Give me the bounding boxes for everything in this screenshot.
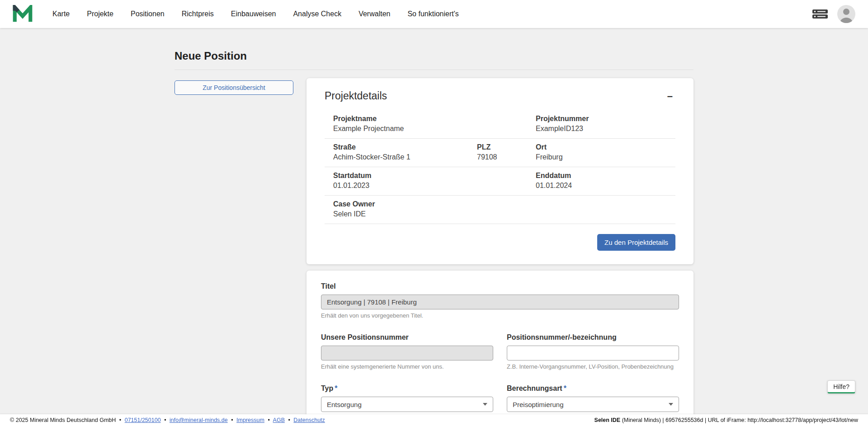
separator: • <box>164 417 166 423</box>
case-owner-label: Case Owner <box>333 200 536 209</box>
positionsnummer-bezeichnung-input[interactable] <box>507 346 679 360</box>
table-row: Startdatum 01.01.2023 Enddatum 01.01.202… <box>325 167 675 196</box>
table-row: Straße Achim-Stocker-Straße 1 PLZ 79108 … <box>325 139 675 167</box>
berechnungsart-label: Berechnungsart* <box>507 384 679 393</box>
nav-item-karte[interactable]: Karte <box>52 10 70 18</box>
typ-selected-value: Entsorgung <box>327 401 362 408</box>
user-avatar[interactable] <box>837 5 855 23</box>
unsere-positionsnummer-helper: Erhält eine systemgenerierte Nummer von … <box>321 363 493 370</box>
typ-label: Typ* <box>321 384 493 393</box>
copyright-text: © 2025 Mineral Minds Deutschland GmbH <box>10 417 116 423</box>
nav-item-analyse-check[interactable]: Analyse Check <box>293 10 341 18</box>
separator: • <box>119 417 121 423</box>
nav-item-richtpreis[interactable]: Richtpreis <box>182 10 214 18</box>
server-icon[interactable] <box>812 8 828 20</box>
case-owner-value: Selen IDE <box>333 210 536 219</box>
back-to-positions-button[interactable]: Zur Positionsübersicht <box>175 80 293 95</box>
phone-link[interactable]: 07151/250100 <box>125 417 161 423</box>
title-divider <box>175 70 693 70</box>
ort-value: Freiburg <box>536 153 675 162</box>
enddatum-label: Enddatum <box>536 171 675 180</box>
nav-item-verwalten[interactable]: Verwalten <box>359 10 390 18</box>
separator: • <box>288 417 290 423</box>
required-marker: * <box>564 384 566 392</box>
strasse-value: Achim-Stocker-Straße 1 <box>333 153 477 162</box>
berechnungsart-select[interactable]: Preisoptimierung <box>507 397 679 412</box>
separator: • <box>231 417 233 423</box>
titel-helper: Erhält den von uns vorgegebenen Titel. <box>321 312 679 319</box>
help-button[interactable]: Hilfe? <box>827 380 855 393</box>
typ-select[interactable]: Entsorgung <box>321 397 493 412</box>
email-link[interactable]: info@mineral-minds.de <box>170 417 228 423</box>
projektname-label: Projektname <box>333 114 536 123</box>
ort-label: Ort <box>536 143 675 152</box>
required-marker: * <box>335 384 337 392</box>
collapse-card-button[interactable]: – <box>665 90 675 102</box>
startdatum-value: 01.01.2023 <box>333 181 477 190</box>
projektnummer-value: ExampleID123 <box>536 124 675 133</box>
project-details-card: Projektdetails – Projektname Example Pro… <box>307 78 693 264</box>
footer: © 2025 Mineral Minds Deutschland GmbH • … <box>0 414 868 426</box>
table-row: Projektname Example Projectname Projektn… <box>325 110 675 139</box>
strasse-label: Straße <box>333 143 477 152</box>
project-fields-table: Projektname Example Projectname Projektn… <box>325 110 675 224</box>
footer-left: © 2025 Mineral Minds Deutschland GmbH • … <box>10 417 325 423</box>
page-title: Neue Position <box>175 50 693 62</box>
nav-item-projekte[interactable]: Projekte <box>87 10 113 18</box>
projektname-value: Example Projectname <box>333 124 536 133</box>
impressum-link[interactable]: Impressum <box>236 417 264 423</box>
nav-item-positionen[interactable]: Positionen <box>131 10 165 18</box>
titel-label: Titel <box>321 282 679 290</box>
top-navbar: Karte Projekte Positionen Richtpreis Ein… <box>0 0 868 28</box>
unsere-positionsnummer-label: Unsere Positionsnummer <box>321 333 493 342</box>
table-row: Case Owner Selen IDE <box>325 196 675 224</box>
projektnummer-label: Projektnummer <box>536 114 675 123</box>
chevron-down-icon <box>669 403 673 406</box>
unsere-positionsnummer-input <box>321 346 493 360</box>
footer-session-details: (Mineral Minds) | 69576255536d | URL of … <box>620 417 858 423</box>
datenschutz-link[interactable]: Datenschutz <box>293 417 325 423</box>
titel-input <box>321 295 679 309</box>
positionsnummer-bezeichnung-label: Positionsnummer/-bezeichnung <box>507 333 679 342</box>
main-content: Neue Position Zur Positionsübersicht Pro… <box>175 28 693 426</box>
chevron-down-icon <box>483 403 487 406</box>
positionsnummer-bezeichnung-helper: Z.B. Interne-Vorgangsnummer, LV-Position… <box>507 363 679 370</box>
plz-label: PLZ <box>477 143 536 152</box>
footer-user-name: Selen IDE <box>594 417 621 423</box>
project-card-title: Projektdetails <box>325 90 387 102</box>
footer-session-info: Selen IDE (Mineral Minds) | 69576255536d… <box>594 417 858 423</box>
nav-item-so-funktionierts[interactable]: So funktioniert's <box>407 10 458 18</box>
mineral-minds-logo-icon[interactable] <box>13 4 33 24</box>
plz-value: 79108 <box>477 153 536 162</box>
agb-link[interactable]: AGB <box>273 417 285 423</box>
go-to-project-details-button[interactable]: Zu den Projektdetails <box>597 234 675 251</box>
enddatum-value: 01.01.2024 <box>536 181 675 190</box>
new-position-form-card: Titel Erhält den von uns vorgegebenen Ti… <box>307 271 693 426</box>
separator: • <box>268 417 269 423</box>
startdatum-label: Startdatum <box>333 171 477 180</box>
nav-item-einbauweisen[interactable]: Einbauweisen <box>231 10 276 18</box>
berechnungsart-selected-value: Preisoptimierung <box>513 401 564 408</box>
